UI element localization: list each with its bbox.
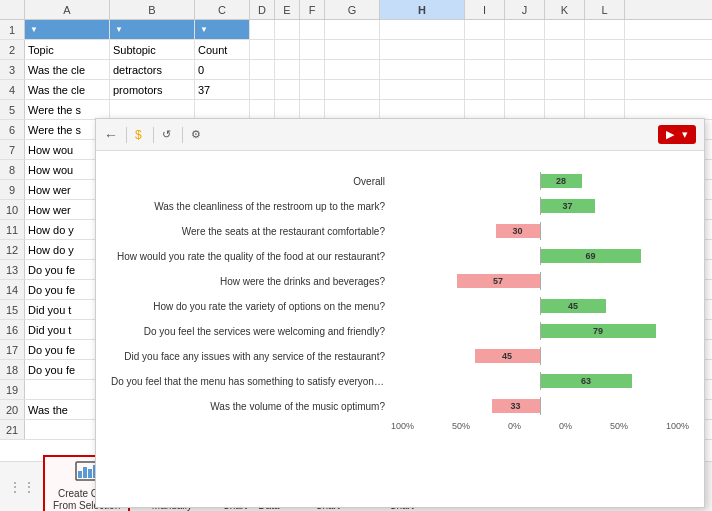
chart-row-label: Was the cleanliness of the restroom up t… <box>111 201 391 212</box>
reset-button[interactable]: ↺ <box>162 128 174 141</box>
cell-f2 <box>300 40 325 59</box>
divider <box>182 127 183 143</box>
chart-bars: 28 <box>391 172 689 190</box>
cell-j1 <box>505 20 545 39</box>
cell-c4: 37 <box>195 80 250 99</box>
cell-d2 <box>250 40 275 59</box>
chart-row: Was the volume of the music optimum?33 <box>111 396 689 416</box>
chart-bars: 69 <box>391 247 689 265</box>
row-num: 11 <box>0 220 25 239</box>
chart-row: Overall28 <box>111 171 689 191</box>
chart-bars: 30 <box>391 222 689 240</box>
cell-d1 <box>250 20 275 39</box>
col-header-B: B <box>110 0 195 19</box>
col-header-E: E <box>275 0 300 19</box>
table-row: 4 Was the cle promotors 37 <box>0 80 712 100</box>
row-num: 4 <box>0 80 25 99</box>
chart-row-label: Were the seats at the restaurant comfort… <box>111 226 391 237</box>
filter-arrow-icon[interactable]: ▼ <box>115 25 123 34</box>
back-button[interactable]: ← <box>104 127 118 143</box>
chart-row-label: Do you feel that the menu has something … <box>111 376 391 387</box>
cell-a1: ▼ <box>25 20 110 39</box>
col-header-D: D <box>250 0 275 19</box>
corner-cell <box>0 0 25 19</box>
cell-g1 <box>325 20 380 39</box>
panel-toolbar: ← $ ↺ ⚙ ▶ ▾ <box>96 119 704 151</box>
filter-arrow-icon[interactable]: ▼ <box>30 25 38 34</box>
chart-bars: 45 <box>391 297 689 315</box>
row-num: 7 <box>0 140 25 159</box>
positive-bar: 45 <box>541 299 606 313</box>
positive-bar: 28 <box>541 174 582 188</box>
cell-c <box>195 100 250 119</box>
cell-a2: Topic <box>25 40 110 59</box>
row-num: 19 <box>0 380 25 399</box>
filter-arrow-icon[interactable]: ▼ <box>200 25 208 34</box>
chart-row-label: Do you feel the services were welcoming … <box>111 326 391 337</box>
negative-bar: 33 <box>492 399 540 413</box>
drag-handle[interactable]: ⋮⋮ <box>5 479 39 495</box>
cell-b1: ▼ <box>110 20 195 39</box>
cell-a3: Was the cle <box>25 60 110 79</box>
cell-b2: Subtopic <box>110 40 195 59</box>
negative-bar: 45 <box>475 349 540 363</box>
chart-row-label: How would you rate the quality of the fo… <box>111 251 391 262</box>
axis-label: 50% <box>452 421 470 431</box>
row-num: 9 <box>0 180 25 199</box>
cell-e1 <box>275 20 300 39</box>
col-header-A: A <box>25 0 110 19</box>
cell-h1 <box>380 20 465 39</box>
chart-row-label: Did you face any issues with any service… <box>111 351 391 362</box>
cell-b <box>110 100 195 119</box>
chart-row: How do you rate the variety of options o… <box>111 296 689 316</box>
chart-row: Were the seats at the restaurant comfort… <box>111 221 689 241</box>
chart-row-label: How do you rate the variety of options o… <box>111 301 391 312</box>
chart-area: Overall28Was the cleanliness of the rest… <box>96 151 704 507</box>
row-num: 2 <box>0 40 25 59</box>
svg-rect-2 <box>83 467 87 478</box>
cell-j2 <box>505 40 545 59</box>
chart-bars: 79 <box>391 322 689 340</box>
spreadsheet: A B C D E F G H I J K L 1 ▼ ▼ ▼ <box>0 0 712 511</box>
svg-rect-1 <box>78 471 82 478</box>
video-dropdown-icon: ▾ <box>682 128 688 141</box>
reset-icon: ↺ <box>162 128 171 141</box>
divider <box>153 127 154 143</box>
row-num: 16 <box>0 320 25 339</box>
settings-button[interactable]: ⚙ <box>191 128 204 141</box>
row-num: 21 <box>0 420 25 439</box>
chart-bars: 57 <box>391 272 689 290</box>
chart-panel: ← $ ↺ ⚙ ▶ ▾ <box>95 118 705 508</box>
row-num: 13 <box>0 260 25 279</box>
axis-label: 50% <box>610 421 628 431</box>
row-num: 15 <box>0 300 25 319</box>
col-header-K: K <box>545 0 585 19</box>
cell-g2 <box>325 40 380 59</box>
subscribed-icon: $ <box>135 128 142 142</box>
table-row: 5 Were the s <box>0 100 712 120</box>
subscribed-indicator: $ <box>135 128 145 142</box>
row-num: 10 <box>0 200 25 219</box>
video-button[interactable]: ▶ ▾ <box>658 125 696 144</box>
table-row: 1 ▼ ▼ ▼ <box>0 20 712 40</box>
positive-bar: 37 <box>541 199 595 213</box>
col-header-H: H <box>380 0 465 19</box>
negative-bar: 30 <box>496 224 540 238</box>
row-num: 20 <box>0 400 25 419</box>
row-num: 14 <box>0 280 25 299</box>
chart-row: Do you feel that the menu has something … <box>111 371 689 391</box>
chart-row-label: Was the volume of the music optimum? <box>111 401 391 412</box>
cell-i1 <box>465 20 505 39</box>
positive-bar: 79 <box>541 324 656 338</box>
chart-row-label: Overall <box>111 176 391 187</box>
cell-h2 <box>380 40 465 59</box>
cell-b4: promotors <box>110 80 195 99</box>
cell-c2: Count <box>195 40 250 59</box>
row-num: 17 <box>0 340 25 359</box>
row-num: 18 <box>0 360 25 379</box>
axis-label: 0% <box>508 421 521 431</box>
svg-rect-3 <box>88 469 92 478</box>
settings-icon: ⚙ <box>191 128 201 141</box>
column-headers: A B C D E F G H I J K L <box>0 0 712 20</box>
table-row: 3 Was the cle detractors 0 <box>0 60 712 80</box>
